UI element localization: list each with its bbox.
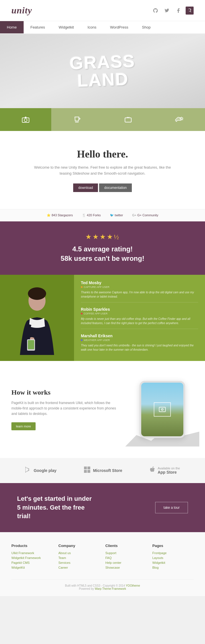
how-it-works-text: How it works PageKit is built on the fro… [11, 389, 120, 431]
svg-rect-7 [28, 340, 34, 349]
main-nav: Home Features Widgetkit Icons WordPress … [0, 21, 205, 34]
testimonial-image [0, 275, 74, 361]
footer-link-uikit[interactable]: UIkit Framework [11, 551, 53, 555]
footer-link-pagekit[interactable]: Pagekit CMS [11, 561, 53, 564]
how-it-works-section: How it works PageKit is built on the fro… [0, 361, 205, 458]
testimonials-section: Ted Mosby CAPTURE APP USER Thanks to the… [0, 275, 205, 361]
hello-description: Welcome to the new Unity theme. Feel fre… [28, 165, 177, 177]
footer-link-help[interactable]: Help center [105, 561, 147, 564]
documentation-button[interactable]: documentation [99, 183, 132, 192]
hero-title: GRASSLAND [69, 52, 136, 90]
take-tour-button[interactable]: take a tour [155, 502, 188, 513]
hero-section: GRASSLAND [0, 34, 205, 108]
footer-link-showcase[interactable]: Showcase [105, 566, 147, 569]
footer-brand-link[interactable]: YOOtheme [126, 584, 140, 587]
app-store-text: Available on the App Store [158, 467, 180, 475]
nav-widgetkit[interactable]: Widgetkit [52, 21, 81, 33]
feature-tabs [0, 108, 205, 131]
how-description: PageKit is built on the frontend framewo… [11, 400, 120, 417]
footer-link-about[interactable]: About us [58, 551, 100, 555]
how-title: How it works [11, 389, 120, 396]
google-play-icon [25, 467, 31, 475]
testimonial-name-2: Marshall Eriksen [81, 334, 198, 338]
footer-col-clients: Clients Support FAQ Help center Showcase [105, 544, 147, 571]
github-icon[interactable] [151, 7, 159, 15]
download-button[interactable]: download [73, 183, 98, 192]
footer-products-title: Products [11, 544, 53, 548]
footer-col-pages: Pages Frontpage Layouts Widgetkit Blog [152, 544, 194, 571]
footer-pages-title: Pages [152, 544, 194, 548]
google-play-text: Google play [34, 468, 56, 473]
svg-rect-11 [87, 470, 90, 473]
cta-text: Let's get started in under 5 minutes. Ge… [17, 494, 97, 521]
microsoft-icon [84, 467, 90, 475]
apple-icon [150, 467, 155, 475]
footer-col-company: Company About us Team Services Career [58, 544, 100, 571]
testimonial-role-1: COFFEE APP USER [81, 312, 198, 315]
app-store[interactable]: Available on the App Store [150, 467, 180, 475]
footer-link-faq[interactable]: FAQ [105, 556, 147, 560]
rating-title: 4.5 average rating! 58k users can't be w… [17, 244, 188, 263]
testimonial-robin: Robin Sparkles COFFEE APP USER My condo … [81, 307, 198, 329]
footer-company-title: Company [58, 544, 100, 548]
learn-more-button[interactable]: learn more [11, 422, 36, 430]
nav-shop[interactable]: Shop [135, 21, 157, 33]
footer-link-widgetkit-fw[interactable]: Widgetkit Framework [11, 556, 53, 560]
cta-section: Let's get started in under 5 minutes. Ge… [0, 483, 205, 532]
testimonial-text-2: They said you don't need this umbrella -… [81, 343, 198, 352]
microsoft-store-text: Microsoft Store [93, 468, 122, 473]
facebook-icon[interactable] [174, 7, 182, 15]
feature-tab-coffee[interactable] [51, 108, 102, 131]
store-section: Google play Microsoft Store Available on… [0, 458, 205, 483]
svg-rect-8 [84, 467, 87, 469]
nav-wordpress[interactable]: WordPress [103, 21, 135, 33]
hello-section: Hello there. Welcome to the new Unity th… [0, 131, 205, 209]
rating-section: ★★★★½ 4.5 average rating! 58k users can'… [0, 221, 205, 275]
microsoft-store[interactable]: Microsoft Store [84, 467, 122, 475]
testimonial-marshall: Marshall Eriksen WEATHER APP USER They s… [81, 334, 198, 355]
rating-stars: ★★★★½ [17, 233, 188, 241]
testimonial-text-0: Thanks to the awesome Capture app, I'm n… [81, 290, 198, 299]
google-play-store[interactable]: Google play [25, 467, 56, 475]
hello-title: Hello there. [28, 148, 177, 160]
social-stargazers[interactable]: ⭐ 843 Stargazers [47, 213, 73, 217]
social-twitter[interactable]: 🐦 twitter [110, 213, 123, 217]
nav-features[interactable]: Features [24, 21, 52, 33]
social-gplus[interactable]: G+ G+ Community [132, 213, 158, 217]
footer-link-services[interactable]: Services [58, 561, 100, 564]
testimonial-ted: Ted Mosby CAPTURE APP USER Thanks to the… [81, 280, 198, 302]
svg-point-5 [28, 287, 46, 300]
social-forks[interactable]: 🍴 420 Forks [82, 213, 101, 217]
hero-text: GRASSLAND [70, 53, 135, 89]
footer-link-widgetkit[interactable]: WidgetKit [11, 566, 53, 569]
svg-point-1 [24, 119, 27, 122]
header: unity [0, 0, 205, 21]
nav-home[interactable]: Home [0, 21, 24, 33]
svg-rect-2 [125, 118, 131, 122]
logo[interactable]: unity [11, 5, 32, 16]
footer-bottom: Built with HTML5 and CSS3 - Copyright © … [11, 579, 194, 590]
nav-icons[interactable]: Icons [81, 21, 103, 33]
feature-tab-camera[interactable] [0, 108, 51, 131]
footer-link-career[interactable]: Career [58, 566, 100, 569]
footer-link-layouts[interactable]: Layouts [152, 556, 194, 560]
footer-warp-link[interactable]: Warp Theme Framework [95, 587, 126, 590]
testimonial-name-0: Ted Mosby [81, 280, 198, 285]
footer-clients-title: Clients [105, 544, 147, 548]
testimonial-role-2: WEATHER APP USER [81, 339, 198, 342]
testimonial-name-1: Robin Sparkles [81, 307, 198, 312]
footer-link-blog[interactable]: Blog [152, 566, 194, 569]
footer-link-support[interactable]: Support [105, 551, 147, 555]
footer-link-team[interactable]: Team [58, 556, 100, 560]
header-icons [151, 7, 194, 15]
twitter-icon[interactable] [163, 7, 171, 15]
phone-mockup [131, 375, 194, 444]
footer-link-frontpage[interactable]: Frontpage [152, 551, 194, 555]
footer-columns: Products UIkit Framework Widgetkit Frame… [11, 544, 194, 571]
hello-buttons: download documentation [28, 183, 177, 192]
footer-link-widgetkit-p[interactable]: Widgetkit [152, 561, 194, 564]
feature-tab-weather[interactable] [154, 108, 205, 131]
search-icon[interactable] [186, 7, 194, 15]
testimonial-list: Ted Mosby CAPTURE APP USER Thanks to the… [74, 275, 205, 361]
feature-tab-tv[interactable] [102, 108, 154, 131]
